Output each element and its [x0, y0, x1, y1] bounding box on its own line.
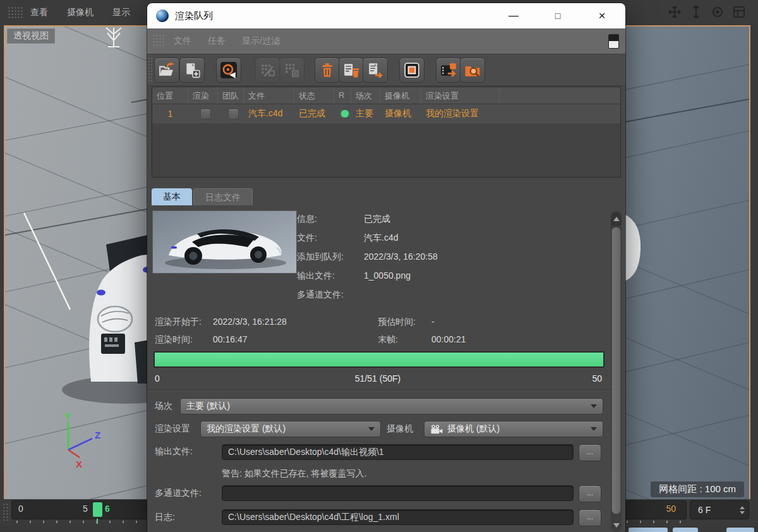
- chevron-down-icon: [591, 427, 597, 431]
- dolly-icon[interactable]: [689, 4, 704, 20]
- menu-display[interactable]: 显示: [112, 7, 130, 18]
- frame-spinner[interactable]: [740, 506, 745, 514]
- column-team[interactable]: 团队: [218, 87, 244, 104]
- start-render-button[interactable]: [216, 57, 241, 83]
- rotate-icon[interactable]: [710, 4, 725, 20]
- queued-value: 2022/3/3, 16:20:58: [364, 251, 438, 262]
- timeline-grip[interactable]: [3, 503, 10, 521]
- frame-number-field[interactable]: 6 F: [690, 500, 749, 519]
- delete-job-button[interactable]: [315, 57, 340, 83]
- render-queue-dialog: 渲染队列 — □ × 文件 任务 显示/过滤: [147, 3, 625, 532]
- output-path-field[interactable]: C:\Users\saber\Desktop\c4d\输出视频\1: [222, 444, 574, 460]
- camera-dropdown[interactable]: 摄像机 (默认): [424, 421, 603, 437]
- dialog-menubar-grip[interactable]: [152, 34, 166, 48]
- picture-viewer-icon: [404, 62, 420, 78]
- render-started-label: 渲染开始于:: [155, 317, 202, 328]
- timeline-tick-0: 0: [18, 504, 23, 514]
- pan-icon[interactable]: [667, 4, 682, 20]
- info-value: 已完成: [364, 214, 390, 225]
- add-job-button[interactable]: [179, 57, 205, 83]
- export-job-button[interactable]: [363, 57, 388, 83]
- playback-button-partial[interactable]: [673, 528, 698, 532]
- detail-scrollbar[interactable]: [611, 212, 622, 532]
- pause-render-button[interactable]: [255, 57, 280, 83]
- scroll-up-button[interactable]: [611, 212, 622, 226]
- render-checkbox[interactable]: [200, 109, 211, 119]
- spinner-down-icon[interactable]: [740, 511, 745, 514]
- clear-jobs-button[interactable]: [339, 57, 364, 83]
- pause-render-icon: [260, 62, 276, 78]
- row-result-cell: [334, 110, 351, 118]
- menu-file[interactable]: 文件: [174, 35, 191, 47]
- stop-render-button[interactable]: [279, 57, 304, 83]
- team-checkbox[interactable]: [228, 109, 239, 119]
- log-browse-button[interactable]: ...: [579, 509, 601, 526]
- menubar-grip[interactable]: [8, 6, 24, 19]
- status-dot: [341, 110, 349, 118]
- menu-show-filter[interactable]: 显示/过滤: [242, 35, 280, 47]
- row-status: 已完成: [294, 108, 334, 119]
- open-job-icon: [159, 62, 175, 78]
- log-path-field[interactable]: C:\Users\saber\Desktop\c4d\工程\log_1.xml: [222, 509, 574, 525]
- menu-cameras[interactable]: 摄像机: [67, 7, 93, 18]
- column-render-settings[interactable]: 渲染设置: [421, 87, 500, 104]
- scrollbar-thumb[interactable]: [611, 227, 621, 514]
- column-position[interactable]: 位置: [152, 87, 188, 104]
- lastframe-label: 末帧:: [378, 334, 398, 346]
- tab-logfile[interactable]: 日志文件: [193, 188, 253, 205]
- camera-icon: [430, 425, 443, 434]
- detail-tabs: 基本 日志文件: [152, 188, 253, 205]
- take-dropdown[interactable]: 主要 (默认): [180, 398, 603, 414]
- output-browse-button[interactable]: ...: [579, 444, 601, 461]
- column-r[interactable]: R: [334, 87, 351, 104]
- grid-spacing-label: 网格间距 : 100 cm: [651, 481, 744, 497]
- column-render[interactable]: 渲染: [188, 87, 218, 104]
- file-value: 汽车.c4d: [364, 233, 398, 244]
- multipass-info-label: 多通道文件:: [297, 289, 344, 301]
- playback-button-partial[interactable]: [629, 528, 668, 532]
- column-status[interactable]: 状态: [294, 87, 334, 104]
- maximize-button[interactable]: □: [543, 3, 572, 28]
- column-camera[interactable]: 摄像机: [380, 87, 421, 104]
- reveal-file-button[interactable]: [460, 57, 485, 83]
- close-button[interactable]: ×: [587, 3, 617, 28]
- file-label: 文件:: [297, 233, 317, 244]
- table-row[interactable]: 1 汽车.c4d 已完成 主要 摄像机 我的渲染设置: [152, 104, 620, 124]
- output-path-label: 输出文件:: [155, 446, 193, 457]
- camera-label: 摄像机: [387, 423, 413, 435]
- job-table-header: 位置 渲染 团队 文件 状态 R 场次 摄像机 渲染设置: [152, 87, 620, 104]
- picture-viewer-button[interactable]: [399, 57, 424, 83]
- axis-z-label: Z: [95, 430, 100, 440]
- playback-button-partial[interactable]: [726, 528, 754, 532]
- scroll-down-button[interactable]: [611, 518, 622, 532]
- take-dropdown-value: 主要 (默认): [186, 401, 230, 412]
- multipass-path-field[interactable]: [222, 485, 574, 501]
- open-output-button[interactable]: [436, 57, 461, 83]
- menu-jobs[interactable]: 任务: [208, 35, 226, 47]
- menu-view[interactable]: 查看: [30, 7, 48, 18]
- screen: 查看 摄像机 显示 选项: [0, 0, 758, 532]
- open-job-button[interactable]: [154, 57, 179, 83]
- render-settings-dropdown[interactable]: 我的渲染设置 (默认): [200, 421, 381, 437]
- toolbar-grip[interactable]: [148, 57, 153, 82]
- timeline-end-label: 50: [666, 504, 676, 514]
- column-take[interactable]: 场次: [351, 87, 380, 104]
- dialog-titlebar[interactable]: 渲染队列 — □ ×: [147, 3, 625, 28]
- minimize-button[interactable]: —: [499, 3, 528, 28]
- dialog-title: 渲染队列: [175, 10, 213, 22]
- multipass-browse-button[interactable]: ...: [579, 485, 601, 502]
- add-job-icon: [184, 62, 200, 78]
- axis-y-label: Y: [64, 413, 71, 421]
- column-file[interactable]: 文件: [244, 87, 294, 104]
- current-frame-marker[interactable]: [93, 502, 102, 517]
- panel-icon[interactable]: [608, 34, 619, 49]
- toggle-layout-icon[interactable]: [731, 4, 747, 20]
- progress-fill: [155, 353, 603, 366]
- tab-basic[interactable]: 基本: [152, 188, 192, 205]
- dialog-toolbar: [147, 54, 625, 86]
- thumbnail-car-image: [153, 211, 296, 273]
- output-file-value: 1_0050.png: [364, 270, 411, 281]
- viewport-label[interactable]: 透视视图: [7, 28, 55, 44]
- stop-render-icon: [284, 62, 300, 78]
- spinner-up-icon[interactable]: [740, 506, 745, 509]
